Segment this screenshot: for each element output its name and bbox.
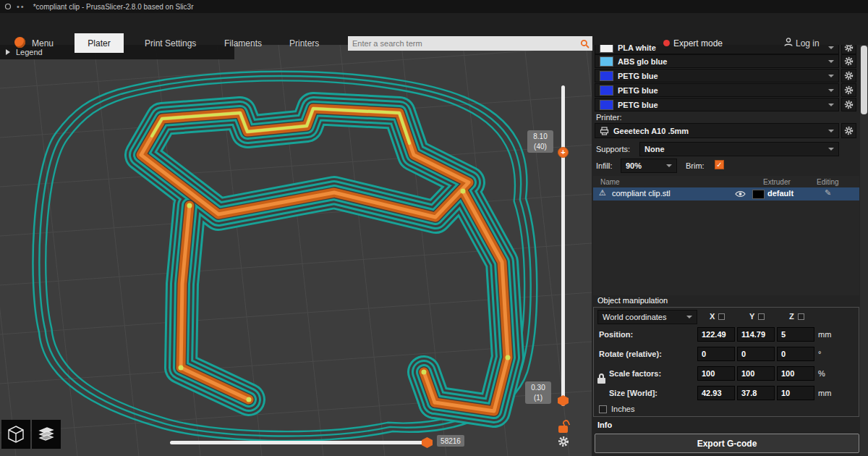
scale-label: Scale factors: xyxy=(609,369,661,378)
supports-label: Supports: xyxy=(596,145,630,153)
layer-slider-track[interactable] xyxy=(561,85,565,406)
size-label: Size [World]: xyxy=(609,389,658,397)
menu-button[interactable]: Menu xyxy=(32,38,54,48)
infill-select[interactable]: 90% xyxy=(621,159,677,173)
rotate-z-input[interactable]: 0 xyxy=(777,347,814,361)
coordinates-select[interactable]: World coordinates xyxy=(597,310,697,324)
3d-viewport-canvas[interactable] xyxy=(0,45,592,456)
slider-settings-gear-icon[interactable] xyxy=(558,436,569,447)
inches-label: Inches xyxy=(611,405,634,413)
size-y-input[interactable]: 37.8 xyxy=(737,386,775,400)
infill-value: 90% xyxy=(626,161,642,170)
filament-settings-button-5[interactable] xyxy=(841,98,856,111)
view-layers-button[interactable] xyxy=(32,420,61,449)
printer-select[interactable]: Geeetech A10 .5mm xyxy=(595,123,839,138)
chevron-down-icon xyxy=(828,148,834,151)
expert-mode-toggle[interactable]: Expert mode xyxy=(673,38,723,48)
filament-color-swatch xyxy=(600,71,613,81)
filament-settings-button-3[interactable] xyxy=(841,69,856,83)
gear-icon xyxy=(844,100,854,109)
gear-icon xyxy=(844,71,854,80)
position-y-input[interactable]: 114.79 xyxy=(737,327,775,342)
legend-expand-icon[interactable] xyxy=(6,49,10,55)
axis-x-checkbox[interactable] xyxy=(718,313,725,320)
layer-top-height: 8.10 xyxy=(527,132,553,142)
manipulation-title: Object manipulation xyxy=(597,296,668,305)
filament-name: PETG blue xyxy=(618,101,658,109)
prusaslicer-window: •• *compliant clip - PrusaSlicer-2.8.0 b… xyxy=(0,0,868,456)
coordinates-value: World coordinates xyxy=(603,313,666,321)
login-button[interactable]: Log in xyxy=(796,38,820,48)
size-z-input[interactable]: 10 xyxy=(777,386,814,400)
layer-bottom-height: 0.30 xyxy=(525,383,551,393)
sidebar-scrollbar-thumb[interactable] xyxy=(861,46,867,114)
position-z-input[interactable]: 5 xyxy=(777,327,814,342)
axis-x-label: X xyxy=(710,312,715,321)
menubar: Menu Plater Print Settings Filaments Pri… xyxy=(0,13,868,45)
filament-settings-button-2[interactable] xyxy=(841,54,856,68)
scale-x-input[interactable]: 100 xyxy=(697,366,735,381)
move-slider-track[interactable] xyxy=(170,441,430,444)
warning-icon: ⚠ xyxy=(599,188,606,198)
scale-unit: % xyxy=(818,369,825,378)
size-x-input[interactable]: 42.93 xyxy=(697,386,735,400)
axis-z-checkbox[interactable] xyxy=(798,313,804,320)
top-surface-highlights xyxy=(152,109,511,402)
window-title: *compliant clip - PrusaSlicer-2.8.0 base… xyxy=(33,3,194,11)
rotate-x-input[interactable]: 0 xyxy=(697,347,735,361)
filament-name: PETG blue xyxy=(618,72,658,80)
lock-body xyxy=(558,426,568,433)
filament-select-5[interactable]: PETG blue xyxy=(595,98,839,111)
object-name: compliant clip.stl xyxy=(612,189,671,198)
infill-label: Infill: xyxy=(596,161,613,170)
object-row-selected[interactable]: ⚠ compliant clip.stl default ✎ xyxy=(593,187,859,200)
printer-label: Printer: xyxy=(596,113,621,122)
filament-select-3[interactable]: PETG blue xyxy=(595,69,839,83)
search-input[interactable] xyxy=(348,39,580,48)
scale-z-input[interactable]: 100 xyxy=(777,366,814,381)
gear-icon xyxy=(844,56,854,66)
export-gcode-button[interactable]: Export G-code xyxy=(595,434,859,453)
filament-select-2[interactable]: ABS glo blue xyxy=(595,54,839,68)
titlebar: •• *compliant clip - PrusaSlicer-2.8.0 b… xyxy=(0,0,868,13)
search-icon[interactable] xyxy=(580,39,590,48)
supports-select[interactable]: None xyxy=(639,142,839,156)
extruder-value: default xyxy=(767,189,793,198)
user-icon xyxy=(783,37,793,47)
layer-slider-top-tooltip: 8.10 (40) xyxy=(527,130,553,153)
axis-y-label: Y xyxy=(749,312,754,321)
filament-settings-button-4[interactable] xyxy=(841,83,856,97)
view-3d-button[interactable] xyxy=(1,420,30,449)
tab-printers[interactable]: Printers xyxy=(289,38,319,48)
filament-name: ABS glo blue xyxy=(618,57,667,66)
edit-icon[interactable]: ✎ xyxy=(825,188,831,198)
tab-plater[interactable]: Plater xyxy=(75,33,124,53)
rotate-label: Rotate (relative): xyxy=(599,350,662,358)
slider-unlock-icon[interactable] xyxy=(558,420,570,434)
window-menu-icon[interactable] xyxy=(4,3,12,10)
rotate-y-input[interactable]: 0 xyxy=(737,347,775,361)
column-header-editing: Editing xyxy=(817,178,839,186)
layer-slider-upper-handle[interactable]: + xyxy=(558,147,569,158)
filament-name: PETG blue xyxy=(618,86,658,95)
cube-icon xyxy=(7,425,25,444)
axis-y-checkbox[interactable] xyxy=(758,313,765,320)
chevron-down-icon xyxy=(828,130,834,132)
extruder-color-swatch[interactable] xyxy=(752,190,765,199)
filament-select-4[interactable]: PETG blue xyxy=(595,83,839,97)
printer-settings-button[interactable] xyxy=(841,123,856,138)
uniform-scale-lock-icon[interactable] xyxy=(597,373,605,384)
info-title: Info xyxy=(597,421,612,429)
position-label: Position: xyxy=(599,330,633,339)
3d-viewport[interactable]: Legend xyxy=(0,45,592,456)
inches-checkbox[interactable] xyxy=(599,405,607,413)
tab-print-settings[interactable]: Print Settings xyxy=(145,38,196,48)
brim-checkbox[interactable]: ✓ xyxy=(715,160,724,169)
position-x-input[interactable]: 122.49 xyxy=(697,327,735,342)
tab-filaments[interactable]: Filaments xyxy=(224,38,262,48)
chevron-down-icon xyxy=(828,89,834,92)
layer-top-index: (40) xyxy=(527,142,553,152)
visibility-eye-icon[interactable] xyxy=(735,190,746,198)
scale-y-input[interactable]: 100 xyxy=(737,366,775,381)
supports-value: None xyxy=(644,145,665,153)
